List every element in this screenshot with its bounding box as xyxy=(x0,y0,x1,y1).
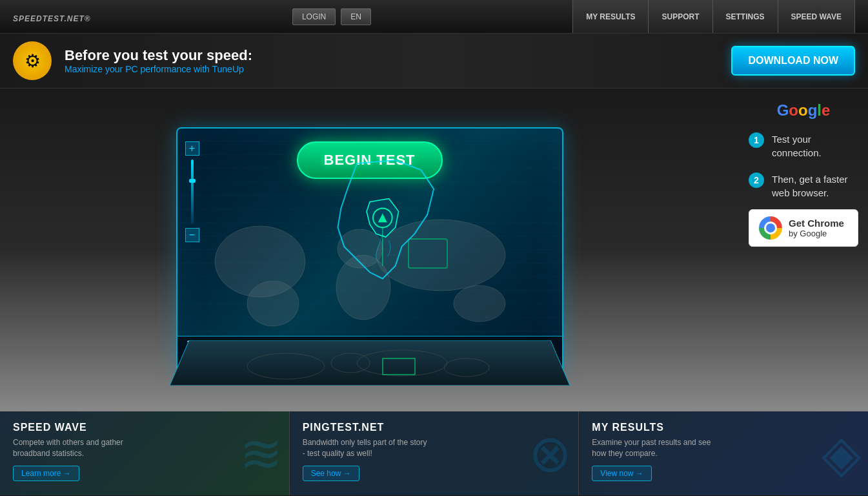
card-speed-wave-desc: Compete with others and gather broadband… xyxy=(13,437,142,459)
google-e: e xyxy=(822,101,830,119)
ad-icon: ⚙ xyxy=(13,41,52,80)
card-speed-wave-link[interactable]: Learn more → xyxy=(13,466,79,481)
get-chrome-button[interactable]: Get Chrome by Google xyxy=(749,209,858,247)
chrome-icon xyxy=(759,216,782,240)
google-l: l xyxy=(817,101,822,119)
platform-base xyxy=(170,340,570,386)
step-2: 2 Then, get a faster web browser. xyxy=(749,172,858,200)
card-pingtest-title: PINGTEST.NET xyxy=(303,422,566,433)
google-g2: g xyxy=(808,101,818,119)
logo: SPEEDTEST.NET® xyxy=(13,8,91,25)
region-svg xyxy=(229,145,510,336)
login-button[interactable]: LOGIN xyxy=(292,8,336,25)
google-logo: G o o g l e xyxy=(749,101,858,119)
logo-text: SPEEDTEST.NET xyxy=(13,14,85,23)
nav-speed-wave[interactable]: SPEED WAVE xyxy=(778,0,855,33)
ad-banner: ⚙ Before you test your speed: Maximize y… xyxy=(0,34,868,88)
bottom-cards: ≋ SPEED WAVE Compete with others and gat… xyxy=(0,411,868,495)
step-2-text: Then, get a faster web browser. xyxy=(772,172,858,200)
ad-text: Before you test your speed: Maximize you… xyxy=(65,47,252,74)
card-pingtest: ⊗ PINGTEST.NET Bandwidth only tells part… xyxy=(290,411,580,495)
chrome-label: Get Chrome xyxy=(789,218,844,229)
speedtest-area: + − BEGIN TEST xyxy=(176,127,563,373)
ad-subtext: Maximize your PC performance with TuneUp xyxy=(65,64,252,74)
card-speed-wave: ≋ SPEED WAVE Compete with others and gat… xyxy=(0,411,290,495)
card-pingtest-desc: Bandwidth only tells part of the story -… xyxy=(303,437,432,459)
download-now-button[interactable]: DOWNLOAD NOW xyxy=(731,46,855,76)
chrome-sublabel: by Google xyxy=(789,229,827,238)
zoom-slider-thumb[interactable] xyxy=(189,179,196,183)
card-my-results-desc: Examine your past results and see how th… xyxy=(592,437,721,459)
google-o2: o xyxy=(798,101,808,119)
map-display: + − BEGIN TEST xyxy=(176,127,563,373)
header: SPEEDTEST.NET® LOGIN EN MY RESULTS SUPPO… xyxy=(0,0,868,34)
card-my-results: ◈ MY RESULTS Examine your past results a… xyxy=(579,411,868,495)
step-2-number: 2 xyxy=(749,172,764,188)
card-my-results-title: MY RESULTS xyxy=(592,422,855,433)
card-pingtest-link[interactable]: See how → xyxy=(303,466,359,481)
header-center: LOGIN EN xyxy=(292,8,371,25)
step-1: 1 Test your connection. xyxy=(749,132,858,160)
step-1-number: 1 xyxy=(749,132,764,148)
card-pingtest-bg-icon: ⊗ xyxy=(529,424,572,484)
right-sidebar: G o o g l e 1 Test your connection. 2 Th… xyxy=(739,88,868,411)
logo-tm: ® xyxy=(85,14,91,23)
map-region-overlay xyxy=(229,145,510,336)
card-speed-wave-title: SPEED WAVE xyxy=(13,422,276,433)
platform-svg xyxy=(170,340,570,386)
steps: 1 Test your connection. 2 Then, get a fa… xyxy=(749,132,858,200)
google-o1: o xyxy=(789,101,798,119)
ad-headline: Before you test your speed: xyxy=(65,47,252,64)
card-my-results-bg-icon: ◈ xyxy=(822,424,862,484)
main-content: + − BEGIN TEST xyxy=(0,88,868,411)
speedtest-widget: + − BEGIN TEST xyxy=(0,88,739,411)
google-g: G xyxy=(777,101,789,119)
lang-button[interactable]: EN xyxy=(341,8,371,25)
nav-settings[interactable]: SETTINGS xyxy=(712,0,778,33)
header-nav: MY RESULTS SUPPORT SETTINGS SPEED WAVE xyxy=(572,0,855,33)
nav-support[interactable]: SUPPORT xyxy=(648,0,712,33)
zoom-in-button[interactable]: + xyxy=(185,141,199,156)
card-speed-wave-bg-icon: ≋ xyxy=(239,424,283,484)
chrome-text: Get Chrome by Google xyxy=(789,218,844,238)
card-my-results-link[interactable]: View now → xyxy=(592,466,651,481)
nav-my-results[interactable]: MY RESULTS xyxy=(572,0,648,33)
step-1-text: Test your connection. xyxy=(772,132,858,160)
